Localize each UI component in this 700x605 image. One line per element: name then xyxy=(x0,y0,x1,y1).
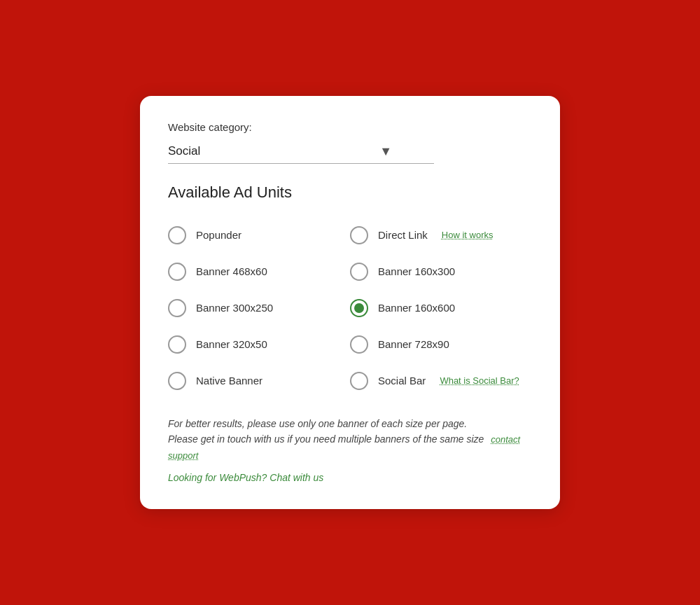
ad-unit-label-social-bar: Social Bar xyxy=(378,375,426,387)
radio-banner-468x60[interactable] xyxy=(168,263,186,281)
radio-banner-300x250[interactable] xyxy=(168,299,186,317)
info-text-2: Please get in touch with us if you need … xyxy=(168,433,484,445)
website-category-label: Website category: xyxy=(168,121,532,133)
available-ad-units-title: Available Ad Units xyxy=(168,183,532,202)
ad-unit-label-banner-160x300: Banner 160x300 xyxy=(378,265,455,277)
ad-unit-label-banner-160x600: Banner 160x600 xyxy=(378,302,455,314)
radio-social-bar[interactable] xyxy=(350,372,368,390)
info-text-block: For better results, please use only one … xyxy=(168,416,532,464)
ad-unit-banner-300x250[interactable]: Banner 300x250 xyxy=(168,290,350,326)
ad-units-grid: Popunder Direct Link How it works Banner… xyxy=(168,217,532,399)
ad-unit-direct-link[interactable]: Direct Link How it works xyxy=(350,217,532,253)
ad-unit-banner-160x300[interactable]: Banner 160x300 xyxy=(350,253,532,290)
main-card: Website category: Social News Entertainm… xyxy=(140,96,560,510)
ad-unit-banner-728x90[interactable]: Banner 728x90 xyxy=(350,326,532,363)
ad-unit-label-native-banner: Native Banner xyxy=(196,375,262,387)
radio-banner-160x600[interactable] xyxy=(350,299,368,317)
radio-banner-160x300[interactable] xyxy=(350,263,368,281)
ad-unit-banner-160x600[interactable]: Banner 160x600 xyxy=(350,290,532,326)
ad-unit-native-banner[interactable]: Native Banner xyxy=(168,363,350,399)
ad-unit-label-banner-320x50: Banner 320x50 xyxy=(196,338,267,350)
direct-link-how-it-works[interactable]: How it works xyxy=(442,230,493,240)
ad-unit-banner-320x50[interactable]: Banner 320x50 xyxy=(168,326,350,363)
category-select[interactable]: Social News Entertainment Technology Spo… xyxy=(168,139,434,164)
ad-unit-social-bar[interactable]: Social Bar What is Social Bar? xyxy=(350,363,532,399)
category-select-wrapper: Social News Entertainment Technology Spo… xyxy=(168,139,532,164)
ad-unit-label-banner-468x60: Banner 468x60 xyxy=(196,265,267,277)
radio-banner-320x50[interactable] xyxy=(168,335,186,354)
ad-unit-label-direct-link: Direct Link xyxy=(378,229,428,241)
social-bar-what-is-link[interactable]: What is Social Bar? xyxy=(440,375,519,386)
ad-unit-label-banner-728x90: Banner 728x90 xyxy=(378,338,449,350)
webpush-chat-link[interactable]: Looking for WebPush? Chat with us xyxy=(168,472,323,483)
info-text-1: For better results, please use only one … xyxy=(168,418,467,429)
radio-popunder[interactable] xyxy=(168,226,186,244)
radio-banner-728x90[interactable] xyxy=(350,335,368,354)
radio-direct-link[interactable] xyxy=(350,226,368,244)
ad-unit-popunder[interactable]: Popunder xyxy=(168,217,350,253)
radio-native-banner[interactable] xyxy=(168,372,186,390)
ad-unit-label-popunder: Popunder xyxy=(196,229,241,241)
ad-unit-label-banner-300x250: Banner 300x250 xyxy=(196,302,273,314)
ad-unit-banner-468x60[interactable]: Banner 468x60 xyxy=(168,253,350,290)
radio-inner-selected xyxy=(354,303,364,313)
